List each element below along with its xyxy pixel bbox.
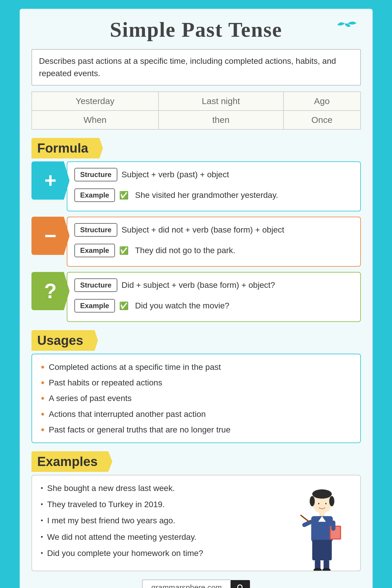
time-word-then: then bbox=[159, 111, 283, 129]
usage-text-2: Past habits or repeated actions bbox=[49, 377, 162, 388]
positive-example-label: Example bbox=[74, 188, 115, 202]
negative-example-label: Example bbox=[74, 244, 115, 257]
svg-point-2 bbox=[310, 496, 315, 506]
example-bullet-4: • bbox=[41, 532, 43, 542]
svg-point-6 bbox=[318, 503, 319, 504]
time-word-when: When bbox=[32, 111, 159, 129]
examples-section: Examples • She bought a new dress last w… bbox=[31, 451, 361, 571]
time-word-yesterday: Yesterday bbox=[32, 92, 159, 111]
teacher-figure bbox=[293, 488, 351, 571]
example-text-2: They traveled to Turkey in 2019. bbox=[47, 499, 165, 510]
positive-example-text: She visited her grandmother yesterday. bbox=[135, 191, 278, 200]
usage-text-4: Actions that interrupted another past ac… bbox=[49, 408, 206, 420]
usage-bullet-2: ● bbox=[41, 378, 45, 387]
usage-item-2: ● Past habits or repeated actions bbox=[41, 377, 351, 388]
positive-formula-row: + Structure Subject + verb (past) + obje… bbox=[31, 161, 361, 211]
example-text-3: I met my best friend two years ago. bbox=[47, 515, 175, 526]
svg-line-13 bbox=[301, 515, 309, 522]
footer-domain: grammarsphere.com bbox=[142, 579, 231, 588]
example-bullet-2: • bbox=[41, 500, 43, 509]
usage-item-1: ● Completed actions at a specific time i… bbox=[41, 361, 351, 373]
usage-bullet-4: ● bbox=[41, 410, 45, 419]
example-text-5: Did you complete your homework on time? bbox=[47, 547, 203, 559]
svg-rect-16 bbox=[331, 520, 335, 531]
bird-decoration bbox=[334, 18, 358, 35]
usage-item-3: ● A series of past events bbox=[41, 392, 351, 404]
usage-bullet-3: ● bbox=[41, 394, 45, 403]
time-word-once: Once bbox=[283, 111, 361, 129]
negative-structure-text: Subject + did not + verb (base form) + o… bbox=[121, 225, 284, 235]
negative-formula-card: Structure Subject + did not + verb (base… bbox=[67, 217, 361, 267]
positive-formula-card: Structure Subject + verb (past) + object… bbox=[67, 161, 361, 211]
example-bullet-5: • bbox=[41, 549, 43, 558]
usage-text-5: Past facts or general truths that are no… bbox=[49, 424, 231, 435]
question-example-label: Example bbox=[74, 299, 115, 313]
usages-section: Usages ● Completed actions at a specific… bbox=[31, 330, 361, 443]
usage-item-4: ● Actions that interrupted another past … bbox=[41, 408, 351, 420]
svg-point-20 bbox=[322, 568, 330, 571]
question-structure-label: Structure bbox=[74, 278, 118, 292]
formula-section-header: Formula bbox=[31, 138, 103, 158]
time-words-table: Yesterday Last night Ago When then Once bbox=[31, 91, 361, 130]
negative-check-icon: ✅ bbox=[119, 246, 129, 255]
question-icon: ? bbox=[31, 272, 70, 310]
negative-icon: − bbox=[31, 217, 70, 255]
question-example-text: Did you watch the movie? bbox=[135, 301, 229, 310]
question-check-icon: ✅ bbox=[119, 301, 129, 310]
time-word-ago: Ago bbox=[283, 92, 361, 111]
svg-rect-11 bbox=[312, 540, 332, 560]
usage-bullet-5: ● bbox=[41, 425, 45, 434]
negative-formula-row: − Structure Subject + did not + verb (ba… bbox=[31, 217, 361, 267]
usages-section-header: Usages bbox=[31, 330, 98, 351]
usage-bullet-1: ● bbox=[41, 363, 45, 372]
usage-item-5: ● Past facts or general truths that are … bbox=[41, 424, 351, 435]
search-icon[interactable] bbox=[231, 580, 250, 588]
usages-card: ● Completed actions at a specific time i… bbox=[31, 354, 361, 443]
svg-point-7 bbox=[325, 503, 326, 504]
usage-text-1: Completed actions at a specific time in … bbox=[49, 361, 221, 373]
positive-check-icon: ✅ bbox=[119, 191, 129, 200]
example-text-1: She bought a new dress last week. bbox=[47, 482, 175, 494]
footer: grammarsphere.com bbox=[31, 579, 361, 588]
question-structure-text: Did + subject + verb (base form) + objec… bbox=[121, 280, 275, 290]
negative-example-text: They did not go to the park. bbox=[135, 246, 235, 255]
question-formula-row: ? Structure Did + subject + verb (base f… bbox=[31, 272, 361, 322]
description-box: Describes past actions at a specific tim… bbox=[31, 49, 361, 86]
formula-section: Formula + Structure Subject + verb (past… bbox=[31, 138, 361, 322]
example-bullet-3: • bbox=[41, 516, 43, 525]
svg-point-3 bbox=[329, 496, 334, 506]
usage-text-3: A series of past events bbox=[49, 392, 132, 404]
positive-structure-label: Structure bbox=[74, 168, 118, 181]
question-formula-card: Structure Did + subject + verb (base for… bbox=[67, 272, 361, 322]
negative-structure-label: Structure bbox=[74, 223, 118, 237]
time-word-last-night: Last night bbox=[159, 92, 283, 111]
examples-section-header: Examples bbox=[31, 451, 112, 472]
page-title: Simple Past Tense bbox=[31, 18, 361, 42]
positive-structure-text: Subject + verb (past) + object bbox=[121, 170, 229, 179]
example-bullet-1: • bbox=[41, 484, 43, 493]
examples-card: • She bought a new dress last week. • Th… bbox=[31, 475, 361, 571]
svg-point-19 bbox=[313, 568, 322, 571]
positive-icon: + bbox=[31, 161, 70, 200]
example-text-4: We did not attend the meeting yesterday. bbox=[47, 531, 196, 543]
svg-point-1 bbox=[312, 489, 332, 499]
